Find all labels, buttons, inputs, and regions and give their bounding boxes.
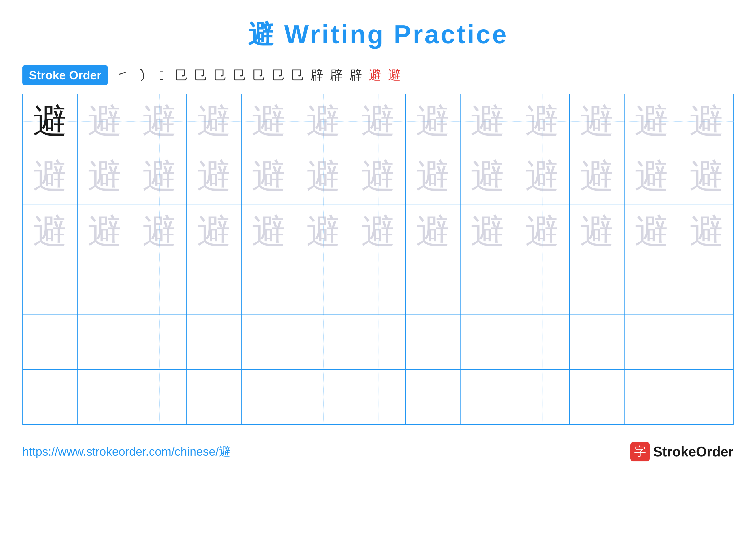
cell-2-12[interactable]: 避 — [625, 149, 679, 204]
cell-3-5[interactable]: 避 — [242, 204, 296, 259]
cell-2-5[interactable]: 避 — [242, 149, 296, 204]
cell-3-11[interactable]: 避 — [570, 204, 625, 259]
stroke-12: 辟 — [328, 66, 345, 84]
cell-5-12[interactable] — [625, 315, 679, 369]
grid-row-3: 避 避 避 避 避 避 避 避 避 避 避 避 避 — [23, 204, 733, 260]
cell-6-8[interactable] — [406, 369, 461, 424]
stroke-1: ㇀ — [114, 66, 131, 84]
cell-5-13[interactable] — [679, 315, 734, 369]
cell-5-8[interactable] — [406, 315, 461, 369]
cell-5-9[interactable] — [461, 315, 515, 369]
cell-3-4[interactable]: 避 — [187, 204, 242, 259]
cell-3-3[interactable]: 避 — [132, 204, 187, 259]
cell-6-4[interactable] — [187, 369, 242, 424]
cell-4-1[interactable] — [23, 259, 78, 314]
grid-row-1: 避 避 避 避 避 避 避 避 避 避 避 避 避 — [23, 94, 733, 149]
cell-1-2[interactable]: 避 — [78, 94, 132, 149]
cell-1-7[interactable]: 避 — [351, 94, 406, 149]
cell-2-4[interactable]: 避 — [187, 149, 242, 204]
cell-3-12[interactable]: 避 — [625, 204, 679, 259]
cell-3-1[interactable]: 避 — [23, 204, 78, 259]
cell-1-13[interactable]: 避 — [679, 94, 734, 149]
cell-6-11[interactable] — [570, 369, 625, 424]
grid-row-6 — [23, 369, 733, 424]
cell-2-8[interactable]: 避 — [406, 149, 461, 204]
cell-4-6[interactable] — [296, 259, 351, 314]
cell-3-6[interactable]: 避 — [296, 204, 351, 259]
stroke-13: 辟 — [347, 66, 364, 84]
cell-6-13[interactable] — [679, 369, 734, 424]
cell-6-5[interactable] — [242, 369, 296, 424]
cell-1-1[interactable]: 避 — [23, 94, 78, 149]
cell-2-9[interactable]: 避 — [461, 149, 515, 204]
cell-6-2[interactable] — [78, 369, 132, 424]
practice-grid: 避 避 避 避 避 避 避 避 避 避 避 避 避 避 避 避 避 避 避 避 … — [22, 94, 734, 425]
cell-2-2[interactable]: 避 — [78, 149, 132, 204]
stroke-8: 㔾 — [250, 66, 267, 84]
cell-6-3[interactable] — [132, 369, 187, 424]
cell-2-6[interactable]: 避 — [296, 149, 351, 204]
cell-5-10[interactable] — [515, 315, 570, 369]
strokeorder-logo-text: StrokeOrder — [653, 444, 734, 460]
cell-5-6[interactable] — [296, 315, 351, 369]
cell-4-5[interactable] — [242, 259, 296, 314]
stroke-order-row: Stroke Order ㇀ ㇁ 𠃌 㔾 㔾 㔾 㔾 㔾 㔾 㔾 辟 辟 辟 避… — [22, 65, 734, 85]
grid-row-5 — [23, 315, 733, 369]
cell-3-13[interactable]: 避 — [679, 204, 734, 259]
cell-3-8[interactable]: 避 — [406, 204, 461, 259]
cell-4-11[interactable] — [570, 259, 625, 314]
cell-1-12[interactable]: 避 — [625, 94, 679, 149]
cell-2-13[interactable]: 避 — [679, 149, 734, 204]
cell-1-9[interactable]: 避 — [461, 94, 515, 149]
cell-5-11[interactable] — [570, 315, 625, 369]
cell-4-8[interactable] — [406, 259, 461, 314]
cell-5-4[interactable] — [187, 315, 242, 369]
cell-2-7[interactable]: 避 — [351, 149, 406, 204]
stroke-order-badge: Stroke Order — [22, 65, 108, 85]
footer-url[interactable]: https://www.strokeorder.com/chinese/避 — [22, 444, 230, 460]
cell-1-11[interactable]: 避 — [570, 94, 625, 149]
cell-2-10[interactable]: 避 — [515, 149, 570, 204]
cell-1-10[interactable]: 避 — [515, 94, 570, 149]
cell-5-5[interactable] — [242, 315, 296, 369]
cell-4-7[interactable] — [351, 259, 406, 314]
grid-row-4 — [23, 259, 733, 315]
cell-2-3[interactable]: 避 — [132, 149, 187, 204]
stroke-15: 避 — [386, 66, 403, 84]
cell-2-1[interactable]: 避 — [23, 149, 78, 204]
grid-row-2: 避 避 避 避 避 避 避 避 避 避 避 避 避 — [23, 149, 733, 204]
footer: https://www.strokeorder.com/chinese/避 字 … — [22, 442, 734, 474]
stroke-5: 㔾 — [192, 66, 209, 84]
cell-6-12[interactable] — [625, 369, 679, 424]
stroke-4: 㔾 — [173, 66, 190, 84]
cell-3-9[interactable]: 避 — [461, 204, 515, 259]
stroke-2: ㇁ — [134, 66, 151, 84]
cell-4-4[interactable] — [187, 259, 242, 314]
cell-1-5[interactable]: 避 — [242, 94, 296, 149]
cell-4-3[interactable] — [132, 259, 187, 314]
stroke-6: 㔾 — [211, 66, 229, 84]
cell-2-11[interactable]: 避 — [570, 149, 625, 204]
cell-3-10[interactable]: 避 — [515, 204, 570, 259]
cell-3-2[interactable]: 避 — [78, 204, 132, 259]
cell-6-10[interactable] — [515, 369, 570, 424]
cell-6-1[interactable] — [23, 369, 78, 424]
cell-5-1[interactable] — [23, 315, 78, 369]
cell-5-7[interactable] — [351, 315, 406, 369]
cell-6-9[interactable] — [461, 369, 515, 424]
cell-3-7[interactable]: 避 — [351, 204, 406, 259]
cell-5-2[interactable] — [78, 315, 132, 369]
cell-4-13[interactable] — [679, 259, 734, 314]
footer-logo: 字 StrokeOrder — [630, 442, 734, 461]
cell-4-12[interactable] — [625, 259, 679, 314]
cell-6-6[interactable] — [296, 369, 351, 424]
cell-4-2[interactable] — [78, 259, 132, 314]
cell-4-10[interactable] — [515, 259, 570, 314]
cell-5-3[interactable] — [132, 315, 187, 369]
cell-6-7[interactable] — [351, 369, 406, 424]
cell-1-4[interactable]: 避 — [187, 94, 242, 149]
cell-1-6[interactable]: 避 — [296, 94, 351, 149]
cell-1-8[interactable]: 避 — [406, 94, 461, 149]
cell-4-9[interactable] — [461, 259, 515, 314]
cell-1-3[interactable]: 避 — [132, 94, 187, 149]
